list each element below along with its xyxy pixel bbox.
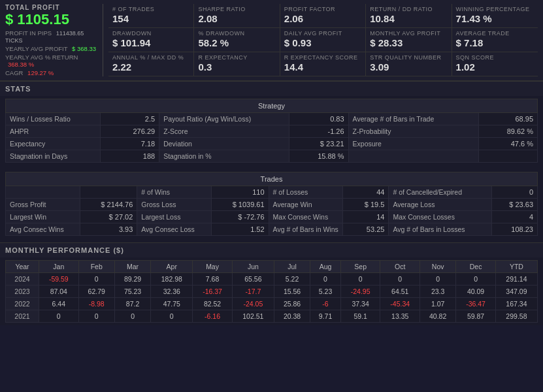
monthly-cell: 87.04 — [39, 286, 79, 298]
strategy-value: $ 23.21 — [289, 138, 348, 150]
monthly-ytd: 291.14 — [495, 273, 537, 286]
table-row: Expectancy 7.18 Deviation $ 23.21 Exposu… — [6, 138, 538, 150]
stat-label: AVERAGE TRADE — [456, 30, 534, 37]
list-item: 202387.0462.7975.2332.36-16.37-17.715.56… — [6, 286, 538, 298]
stat-label: STR QUALITY NUMBER — [370, 54, 447, 61]
strategy-value: 47.6 % — [478, 138, 537, 150]
stat-cell: SHARPE RATIO2.08 — [194, 4, 280, 28]
monthly-cell: 0 — [39, 310, 79, 323]
monthly-header-cell: Jul — [274, 261, 310, 273]
strategy-label: Stagnation in % — [159, 150, 289, 163]
monthly-cell: 62.79 — [78, 286, 114, 298]
strategy-label: Z-Score — [159, 125, 289, 138]
stat-value: 0.3 — [198, 61, 275, 73]
stat-cell: DAILY AVG PROFIT$ 0.93 — [280, 28, 366, 52]
monthly-cell: 0 — [151, 310, 193, 323]
monthly-header-cell: Apr — [151, 261, 193, 273]
total-profit-block: TOTAL PROFIT $ 1105.15 PROFIT IN PIPS 11… — [5, 4, 103, 76]
stat-cell: R EXPECTANCY SCORE14.4 — [280, 52, 366, 76]
trades-header: Trades — [6, 172, 538, 186]
profit-in-pips-label: PROFIT IN PIPS — [5, 29, 52, 37]
monthly-cell: 0 — [456, 273, 496, 286]
monthly-cell: 40.09 — [456, 286, 496, 298]
trades-label: Avg # of Bars in Losses — [389, 223, 492, 236]
monthly-cell: 59.87 — [456, 310, 496, 323]
monthly-header-cell: YTD — [495, 261, 537, 273]
strategy-value: 188 — [100, 150, 159, 163]
monthly-cell: 0 — [380, 273, 420, 286]
total-profit-value: $ 1105.15 — [5, 11, 97, 28]
strategy-value: 2.5 — [100, 113, 159, 125]
monthly-cell: 6.44 — [39, 298, 79, 310]
monthly-cell: -24.05 — [232, 298, 274, 310]
monthly-cell: 9.71 — [310, 310, 341, 323]
strategy-label: Z-Probability — [348, 125, 478, 138]
yearly-avg-row: YEARLY AVG PROFIT $ 368.33 — [5, 45, 97, 52]
trades-value: $ 1039.61 — [212, 199, 269, 211]
stat-label: RETURN / DD RATIO — [370, 6, 447, 12]
strategy-value — [478, 150, 537, 163]
strategy-value: 7.18 — [100, 138, 159, 150]
monthly-header-cell: Sep — [340, 261, 380, 273]
trades-label: Max Consec Wins — [269, 211, 343, 223]
monthly-cell: 47.75 — [151, 298, 193, 310]
trades-label: # of Wins — [137, 186, 212, 199]
trades-label: # of Losses — [269, 186, 343, 199]
monthly-table: YearJanFebMarAprMayJunJulAugSepOctNovDec… — [5, 260, 538, 323]
strategy-label: Wins / Losses Ratio — [6, 113, 101, 125]
total-profit-label: TOTAL PROFIT — [5, 4, 97, 11]
strategy-section: Strategy Wins / Losses Ratio 2.5 Payout … — [0, 96, 543, 165]
yearly-pct-label: YEARLY AVG % RETURN — [5, 54, 78, 61]
strategy-value: 15.88 % — [289, 150, 348, 163]
monthly-cell: 0 — [78, 310, 114, 323]
stat-value: 2.22 — [112, 61, 189, 73]
stat-label: ANNUAL % / MAX DD % — [112, 54, 189, 61]
trades-label: Gross Profit — [6, 199, 80, 211]
strategy-label: Average # of Bars in Trade — [348, 113, 478, 125]
trades-value: $ 19.5 — [343, 199, 389, 211]
monthly-cell: 0 — [420, 273, 455, 286]
strategy-value: 89.62 % — [478, 125, 537, 138]
stat-value: 10.84 — [370, 13, 447, 24]
stat-label: % DRAWDOWN — [198, 30, 275, 37]
monthly-year: 2023 — [6, 286, 39, 298]
monthly-cell: -59.59 — [39, 273, 79, 286]
stat-label: DRAWDOWN — [112, 30, 189, 37]
monthly-section-title: MONTHLY PERFORMANCE ($) — [0, 242, 543, 257]
stat-value: $ 28.33 — [370, 37, 447, 48]
strategy-value: 276.29 — [100, 125, 159, 138]
monthly-cell: 59.1 — [340, 310, 380, 323]
cagr-row: CAGR 129.27 % — [5, 69, 97, 76]
stat-label: MONTHLY AVG PROFIT — [370, 30, 447, 37]
strategy-table: Strategy Wins / Losses Ratio 2.5 Payout … — [5, 99, 538, 163]
table-row: Avg Consec Wins 3.93 Avg Consec Loss 1.5… — [6, 223, 538, 236]
monthly-cell: 0 — [310, 273, 341, 286]
monthly-header-cell: Year — [6, 261, 39, 273]
stat-label: SQN SCORE — [456, 54, 534, 61]
monthly-cell: 89.29 — [114, 273, 150, 286]
trades-value: 3.93 — [80, 223, 137, 236]
trades-value: 1.52 — [212, 223, 269, 236]
monthly-header-cell: Feb — [78, 261, 114, 273]
monthly-header-cell: May — [193, 261, 233, 273]
monthly-cell: -6.16 — [193, 310, 233, 323]
monthly-cell: 64.51 — [380, 286, 420, 298]
trades-section: Trades # of Wins 110 # of Losses 44 # of… — [0, 169, 543, 238]
yearly-avg-label: YEARLY AVG PROFIT — [5, 45, 67, 52]
trades-label — [6, 186, 80, 199]
stat-label: SHARPE RATIO — [198, 6, 275, 12]
strategy-label: Exposure — [348, 138, 478, 150]
monthly-year: 2024 — [6, 273, 39, 286]
monthly-cell: 40.82 — [420, 310, 455, 323]
trades-label: Avg # of Bars in Wins — [269, 223, 343, 236]
monthly-ytd: 347.09 — [495, 286, 537, 298]
monthly-header-cell: Dec — [456, 261, 496, 273]
strategy-value: 0.83 — [289, 113, 348, 125]
monthly-section: YearJanFebMarAprMayJunJulAugSepOctNovDec… — [0, 257, 543, 325]
strategy-label: Deviation — [159, 138, 289, 150]
trades-value: 108.23 — [491, 223, 537, 236]
stat-cell: DRAWDOWN$ 101.94 — [108, 28, 194, 52]
stat-value: 3.09 — [370, 61, 447, 73]
monthly-cell: 0 — [340, 273, 380, 286]
list-item: 20210000-6.16102.5120.389.7159.113.3540.… — [6, 310, 538, 323]
